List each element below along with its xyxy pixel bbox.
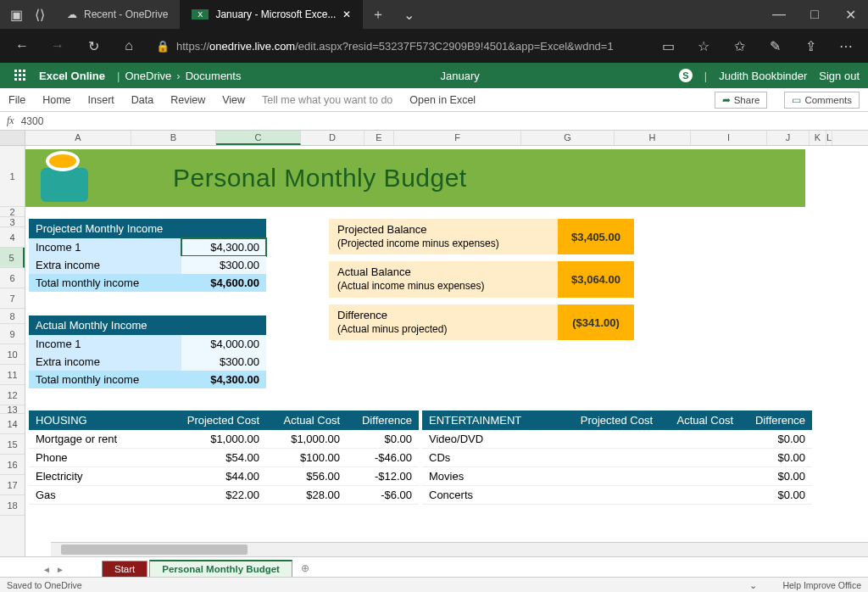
browser-tab-onedrive[interactable]: ☁ Recent - OneDrive [55,0,180,29]
column-header-C[interactable]: C [216,131,301,145]
user-name[interactable]: Judith Bookbinder [719,70,807,82]
row-header-1[interactable]: 1 [0,146,25,207]
row-header-8[interactable]: 8 [0,309,25,324]
forward-button[interactable]: → [42,32,73,59]
table-row[interactable]: Phone$54.00$100.00-$46.00 [29,449,419,467]
cascade-icon[interactable]: ▣ [10,7,23,23]
app-launcher-icon[interactable] [8,70,32,81]
column-header-E[interactable]: E [364,131,394,145]
cell-label[interactable]: Extra income [29,256,181,274]
cell-value[interactable]: $4,000.00 [181,335,266,353]
select-all-button[interactable] [0,131,25,145]
back-small-icon[interactable]: ⟨⟩ [35,7,45,23]
cell[interactable] [570,486,659,504]
breadcrumb-onedrive[interactable]: OneDrive [125,70,171,82]
formula-input[interactable]: 4300 [21,115,861,127]
cell[interactable]: Phone [29,449,177,466]
refresh-button[interactable]: ↻ [78,32,108,59]
help-improve-link[interactable]: Help Improve Office [782,580,861,590]
cell[interactable]: Electricity [29,467,177,485]
cell[interactable]: Mortgage or rent [29,430,177,448]
horizontal-scrollbar[interactable] [51,542,868,556]
cell[interactable]: $1,000.00 [177,430,266,448]
cell[interactable] [570,467,659,485]
cell[interactable]: $56.00 [266,467,347,485]
cell[interactable]: Gas [29,486,177,504]
row-header-6[interactable]: 6 [0,268,25,288]
document-name[interactable]: January [241,70,678,82]
cell[interactable]: Concerts [422,486,570,504]
cell[interactable]: $44.00 [177,467,266,485]
cell[interactable] [659,486,740,504]
table-row[interactable]: Projected Balance(Projected income minus… [329,219,634,254]
sheet-nav-next-icon[interactable]: ► [56,565,64,574]
cell[interactable] [659,467,740,485]
table-row[interactable]: Difference(Actual minus projected) ($341… [329,304,634,340]
cell[interactable]: $0.00 [740,430,812,448]
cell-value[interactable]: $300.00 [181,353,266,371]
tab-actions-icon[interactable]: ⌄ [393,0,424,29]
breadcrumb-documents[interactable]: Documents [186,70,242,82]
column-header-H[interactable]: H [615,131,691,145]
skype-icon[interactable]: S [679,69,693,82]
maximize-button[interactable]: □ [797,0,832,29]
cell-value[interactable]: $300.00 [181,256,266,274]
cell[interactable]: $0.00 [740,467,812,485]
cell-value[interactable]: $4,300.00 [181,371,266,388]
cell[interactable]: $54.00 [177,449,266,466]
notes-icon[interactable]: ✎ [760,32,790,59]
table-row[interactable]: Movies$0.00 [422,467,812,486]
tab-view[interactable]: View [222,94,245,106]
row-header-4[interactable]: 4 [0,227,25,248]
comments-button[interactable]: ▭Comments [784,92,860,109]
cell[interactable]: Movies [422,467,570,485]
cell[interactable]: CDs [422,449,570,466]
sheet-tab-budget[interactable]: Personal Monthly Budget [149,560,292,577]
row-header-15[interactable]: 15 [0,434,25,455]
column-header-I[interactable]: I [691,131,767,145]
address-bar[interactable]: 🔒 https://onedrive.live.com/edit.aspx?re… [149,33,648,59]
column-header-K[interactable]: K [810,131,826,145]
cell[interactable]: $100.00 [266,449,347,466]
share-button[interactable]: ➦Share [715,92,768,109]
reading-view-icon[interactable]: ▭ [653,32,683,59]
table-row[interactable]: CDs$0.00 [422,449,812,467]
row-header-18[interactable]: 18 [0,495,25,516]
table-row[interactable]: Gas$22.00$28.00-$6.00 [29,486,419,505]
row-header-16[interactable]: 16 [0,455,25,475]
column-header-D[interactable]: D [301,131,364,145]
sheet-tab-start[interactable]: Start [102,561,147,577]
sheet-nav-prev-icon[interactable]: ◄ [42,565,51,574]
cell[interactable]: -$46.00 [347,449,419,466]
tab-review[interactable]: Review [170,94,205,106]
cell-label[interactable]: Income 1 [29,238,181,256]
cell[interactable]: $0.00 [347,430,419,448]
cell-label[interactable]: Total monthly income [29,371,181,388]
row-header-13[interactable]: 13 [0,405,25,414]
cell-value[interactable]: $4,600.00 [181,274,266,292]
column-header-F[interactable]: F [394,131,521,145]
row-header-14[interactable]: 14 [0,414,25,434]
table-row[interactable]: Actual Balance(Actual income minus expen… [329,261,634,297]
tab-file[interactable]: File [8,94,25,106]
tab-home[interactable]: Home [42,94,70,106]
table-row[interactable]: Video/DVD$0.00 [422,430,812,449]
favorite-icon[interactable]: ☆ [688,32,719,59]
new-tab-button[interactable]: ＋ [363,0,393,29]
tab-insert[interactable]: Insert [88,94,114,106]
scrollbar-thumb[interactable] [61,545,248,555]
active-cell[interactable]: $4,300.00 [181,238,266,256]
browser-tab-excel[interactable]: X January - Microsoft Exce... ✕ [180,0,363,29]
cell[interactable]: $1,000.00 [266,430,347,448]
row-header-2[interactable]: 2 [0,207,25,217]
column-header-G[interactable]: G [521,131,615,145]
row-header-7[interactable]: 7 [0,288,25,309]
cell[interactable]: -$12.00 [347,467,419,485]
tell-me-input[interactable]: Tell me what you want to do [262,94,392,106]
cell[interactable]: $22.00 [177,486,266,504]
cell-label[interactable]: Income 1 [29,335,181,353]
row-header-3[interactable]: 3 [0,217,25,227]
column-header-A[interactable]: A [25,131,131,145]
cell[interactable] [570,430,659,448]
row-header-10[interactable]: 10 [0,344,25,365]
